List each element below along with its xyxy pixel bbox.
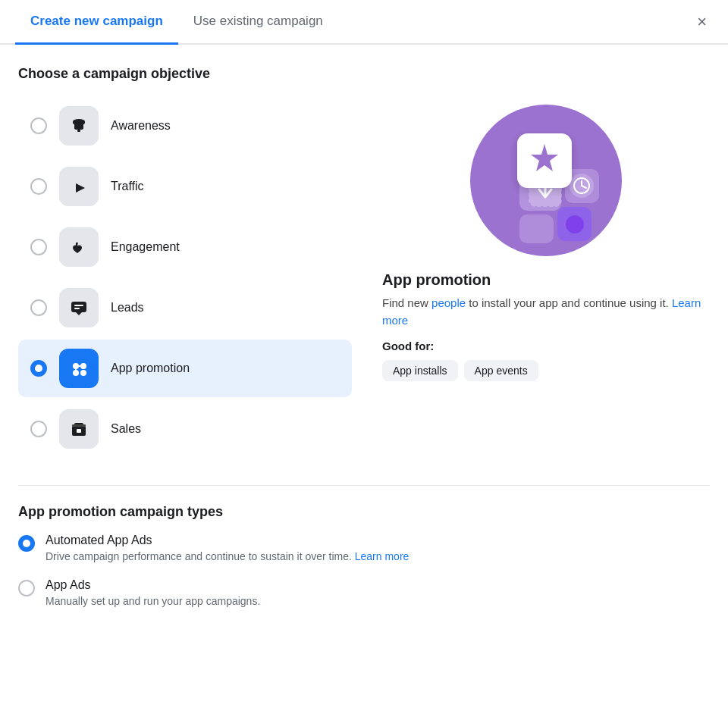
radio-awareness[interactable] [30,117,47,134]
automated-info: Automated App Ads Drive campaign perform… [46,534,409,565]
type-app-ads[interactable]: App Ads Manually set up and run your app… [18,578,710,609]
svg-rect-6 [74,308,80,309]
close-button[interactable]: × [691,9,713,35]
tag-app-installs: App installs [382,360,458,381]
sales-label: Sales [111,422,141,436]
campaign-types-title: App promotion campaign types [18,504,710,520]
objective-leads[interactable]: Leads [18,279,352,337]
radio-app-ads[interactable] [18,580,35,596]
awareness-icon-box [59,106,99,146]
leads-icon [68,297,89,318]
detail-title: App promotion [382,271,710,289]
detail-panel: App promotion Find new people to install… [382,97,710,461]
automated-label: Automated App Ads [46,534,409,547]
app-promotion-icon-box [59,349,99,388]
traffic-icon [68,176,89,197]
app-ads-label: App Ads [46,578,260,592]
app-promotion-label: App promotion [111,362,190,375]
svg-rect-19 [519,214,554,243]
awareness-icon [68,115,89,136]
tag-app-events: App events [464,360,538,381]
traffic-label: Traffic [111,180,144,193]
engagement-icon [68,236,89,258]
objective-engagement[interactable]: Engagement [18,218,352,276]
svg-point-27 [566,215,584,233]
svg-point-10 [80,370,86,376]
app-promotion-icon [67,357,90,380]
type-automated-app-ads[interactable]: Automated App Ads Drive campaign perform… [18,534,710,565]
traffic-icon-box [59,167,99,206]
learn-more-link[interactable]: Learn more [382,296,701,327]
automated-desc: Drive campaign performance and continue … [46,549,409,565]
detail-description: Find new people to install your app and … [382,295,710,329]
objective-awareness[interactable]: Awareness [18,97,352,155]
tags-container: App installs App events [382,360,710,381]
engagement-icon-box [59,227,99,267]
objective-traffic[interactable]: Traffic [18,158,352,215]
radio-traffic[interactable] [30,178,47,195]
sales-icon [68,418,89,440]
desc-link[interactable]: people [431,296,466,309]
svg-rect-5 [74,305,83,306]
automated-learn-more-link[interactable]: Learn more [355,550,410,562]
app-ads-info: App Ads Manually set up and run your app… [46,578,260,609]
svg-marker-4 [76,312,82,315]
tab-bar: Create new campaign Use existing campaig… [0,0,728,45]
leads-icon-box [59,288,99,327]
main-content: Choose a campaign objective Awareness [0,45,728,640]
app-ads-desc: Manually set up and run your app campaig… [46,594,260,609]
radio-automated[interactable] [18,535,35,552]
sales-icon-box [59,409,99,449]
campaign-types-section: App promotion campaign types Automated A… [18,485,710,609]
illustration [470,105,622,256]
svg-rect-15 [72,424,86,427]
svg-marker-2 [76,183,85,193]
objective-app-promotion[interactable]: App promotion [18,340,352,397]
svg-rect-3 [71,302,86,312]
good-for-label: Good for: [382,340,710,352]
radio-sales[interactable] [30,421,47,437]
tab-use-existing[interactable]: Use existing campaign [178,0,338,45]
radio-app-promotion[interactable] [30,360,47,377]
radio-engagement[interactable] [30,239,47,255]
illustration-svg [478,112,614,249]
tab-create-new[interactable]: Create new campaign [15,0,178,45]
svg-rect-16 [77,429,81,433]
svg-point-0 [73,119,85,124]
objectives-list: Awareness Traffic [18,97,352,461]
engagement-label: Engagement [111,240,180,254]
svg-rect-1 [77,130,80,132]
radio-leads[interactable] [30,299,47,316]
objective-sales[interactable]: Sales [18,400,352,458]
awareness-label: Awareness [111,119,171,133]
two-column-layout: Awareness Traffic [18,97,710,461]
leads-label: Leads [111,301,144,315]
section-title: Choose a campaign objective [18,66,710,82]
